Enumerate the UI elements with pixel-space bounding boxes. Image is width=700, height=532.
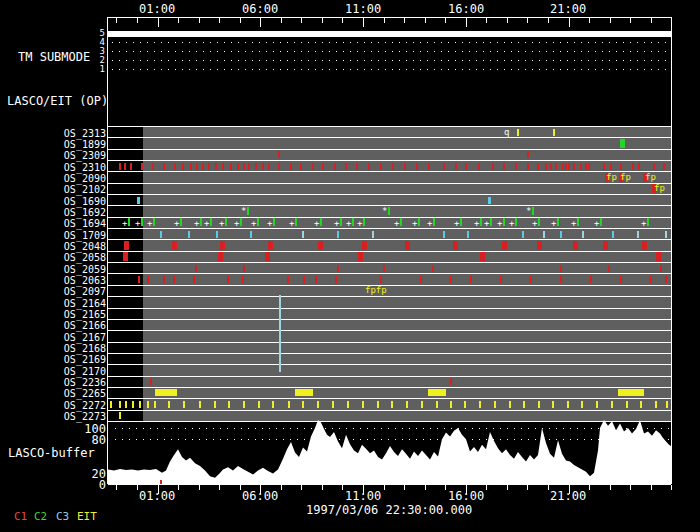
event-block	[428, 389, 446, 396]
axis-tick	[486, 485, 487, 490]
lasco-eit-op-label: LASCO/EIT (OP)	[7, 94, 108, 108]
row-label: OS_2168	[0, 343, 106, 354]
event-tick	[130, 163, 132, 170]
plus-marker: +	[641, 219, 646, 228]
event-tick	[568, 163, 570, 170]
event-tick	[650, 276, 652, 283]
event-bar	[268, 241, 273, 250]
event-tick	[450, 276, 452, 283]
event-tick	[139, 401, 141, 408]
row-label: OS_1694	[0, 218, 106, 229]
plus-marker: +	[334, 219, 339, 228]
current-time-tick	[160, 480, 162, 484]
tm-submode-label: TM SUBMODE	[18, 50, 90, 64]
row-label: OS_2097	[0, 286, 106, 297]
event-tick	[478, 163, 480, 170]
row-label: OS_1692	[0, 207, 106, 218]
axis-tick	[589, 485, 590, 490]
row-scheduled-region	[143, 127, 671, 137]
event-tick	[290, 163, 292, 170]
plus-marker: +	[412, 219, 417, 228]
event-tick	[258, 401, 260, 408]
axis-tick	[178, 18, 179, 23]
event-tick	[421, 401, 423, 408]
event-tick	[450, 378, 452, 385]
event-tick	[655, 401, 657, 408]
axis-tick	[219, 485, 220, 490]
axis-tick	[569, 18, 570, 27]
event-tick	[183, 401, 185, 408]
row-label: OS_2167	[0, 332, 106, 343]
event-tick	[237, 163, 239, 170]
time-label: 01:00	[139, 2, 175, 16]
event-tick	[557, 218, 559, 226]
event-tick	[362, 401, 364, 408]
event-tick	[600, 218, 602, 226]
buffer-ytick-label: 0	[60, 478, 106, 492]
axis-tick	[363, 485, 364, 494]
row-label: OS_2165	[0, 309, 106, 320]
row-scheduled-region	[143, 206, 671, 216]
event-tick	[590, 276, 592, 283]
event-tick	[388, 207, 390, 215]
event-tick	[320, 218, 322, 226]
event-tick	[450, 401, 452, 408]
event-tick	[479, 401, 481, 408]
axis-tick	[281, 18, 282, 23]
bottom-axis-line	[108, 484, 671, 485]
row-label: OS_2102	[0, 184, 106, 195]
row-label: OS_2090	[0, 173, 106, 184]
event-tick	[132, 401, 134, 408]
event-tick	[428, 163, 430, 170]
event-tick	[352, 218, 354, 226]
event-tick	[128, 218, 130, 226]
row-label: OS_2272	[0, 400, 106, 411]
event-tick	[400, 218, 402, 226]
event-tick	[443, 231, 445, 238]
row-scheduled-region	[143, 297, 671, 307]
soho-telemetry-timeline: 01:0006:0011:0016:0021:00 TM SUBMODE 5 4…	[0, 0, 700, 532]
event-bar	[453, 241, 458, 250]
event-tick	[577, 218, 579, 226]
event-tick	[372, 231, 374, 238]
event-tick	[363, 218, 365, 226]
event-tick	[464, 401, 466, 408]
event-tick	[492, 163, 494, 170]
plus-marker: +	[454, 219, 459, 228]
event-tick	[315, 276, 317, 283]
event-tick	[278, 163, 280, 170]
axis-tick	[651, 18, 652, 23]
row-label: OS_2310	[0, 162, 106, 173]
event-tick	[345, 163, 347, 170]
row-label: OS_2058	[0, 252, 106, 263]
event-tick	[580, 163, 582, 170]
event-tick	[337, 231, 339, 238]
event-bar	[405, 241, 410, 250]
axis-tick	[384, 18, 385, 23]
row-scheduled-region	[143, 263, 671, 273]
event-tick	[666, 401, 668, 408]
event-tick	[665, 276, 667, 283]
event-tick	[302, 231, 304, 238]
axis-tick	[116, 485, 117, 490]
plus-marker: +	[174, 219, 179, 228]
event-tick	[588, 163, 590, 170]
event-tick	[180, 218, 182, 226]
event-tick	[195, 265, 197, 272]
axis-tick	[548, 18, 549, 23]
event-label: fp	[606, 173, 617, 182]
event-tick	[154, 401, 156, 408]
axis-tick	[342, 18, 343, 23]
event-tick	[337, 265, 339, 272]
plus-marker: +	[474, 219, 479, 228]
event-tick	[147, 276, 149, 283]
event-tick	[467, 231, 469, 238]
tm-dotted-level-line	[112, 60, 669, 61]
event-tick	[119, 412, 121, 419]
event-bar	[220, 241, 225, 250]
event-tick	[637, 231, 639, 238]
axis-tick	[527, 18, 528, 23]
axis-tick	[425, 18, 426, 23]
event-tick	[340, 218, 342, 226]
event-bar	[362, 241, 367, 250]
